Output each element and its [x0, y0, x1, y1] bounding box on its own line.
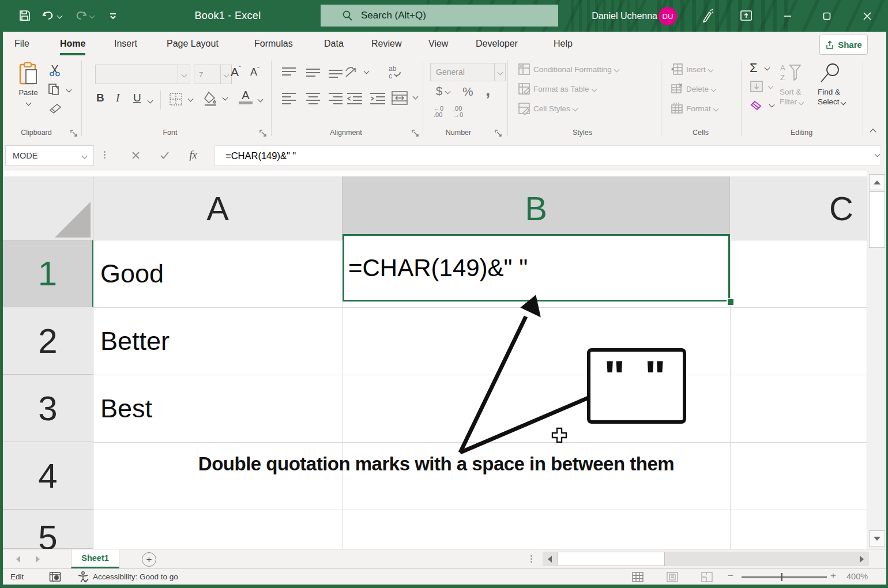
- tab-page-layout[interactable]: Page Layout: [167, 32, 219, 56]
- format-cells-button[interactable]: Format: [671, 102, 718, 115]
- clipboard-dialog-launcher[interactable]: [70, 130, 78, 137]
- align-bottom-icon[interactable]: [328, 66, 344, 79]
- insert-cells-button[interactable]: Insert: [671, 63, 713, 76]
- cell-A3[interactable]: Best: [93, 375, 349, 442]
- tab-insert[interactable]: Insert: [114, 32, 137, 56]
- merge-center-button[interactable]: [391, 91, 417, 108]
- avatar[interactable]: DU: [659, 7, 677, 25]
- font-dialog-launcher[interactable]: [259, 130, 267, 137]
- pen-sparkle-button[interactable]: [699, 6, 714, 25]
- tab-review[interactable]: Review: [371, 32, 401, 56]
- insert-function-button[interactable]: fx: [182, 145, 205, 165]
- share-button[interactable]: Share: [819, 35, 868, 55]
- font-name-combo[interactable]: [95, 65, 190, 84]
- row-header-4[interactable]: 4: [3, 442, 93, 510]
- zoom-slider-thumb[interactable]: [781, 573, 782, 581]
- cut-button[interactable]: [48, 64, 61, 79]
- quick-access-customize-button[interactable]: [108, 6, 118, 25]
- scroll-up-button[interactable]: [869, 174, 885, 190]
- macro-record-icon[interactable]: [49, 571, 61, 582]
- increase-decimal-button[interactable]: ←0.00: [434, 105, 443, 118]
- tab-view[interactable]: View: [428, 32, 448, 56]
- collapse-ribbon-button[interactable]: [870, 129, 876, 135]
- tab-file[interactable]: File: [14, 32, 29, 56]
- scroll-left-button[interactable]: [543, 552, 557, 566]
- normal-view-icon[interactable]: [632, 572, 644, 582]
- find-select-button[interactable]: Find & Select: [818, 62, 845, 107]
- paste-button[interactable]: Paste: [12, 62, 45, 107]
- zoom-in-button[interactable]: +: [830, 570, 836, 582]
- formula-input[interactable]: =CHAR(149)&" ": [215, 145, 881, 166]
- percent-style-button[interactable]: %: [462, 85, 473, 99]
- cell-A2[interactable]: Better: [93, 307, 349, 375]
- fill-handle[interactable]: [727, 298, 735, 306]
- font-size-combo[interactable]: 7: [194, 65, 232, 84]
- zoom-slider-track[interactable]: [742, 576, 827, 578]
- number-format-combo[interactable]: General: [430, 63, 506, 81]
- close-button[interactable]: [853, 0, 881, 32]
- column-header-C[interactable]: C: [730, 176, 870, 240]
- cell-mode-indicator[interactable]: Edit: [10, 572, 24, 581]
- undo-button[interactable]: [42, 6, 62, 25]
- align-left-icon[interactable]: [281, 92, 297, 105]
- align-right-icon[interactable]: [328, 92, 344, 105]
- enter-button[interactable]: [153, 145, 176, 165]
- tab-formulas[interactable]: Formulas: [254, 32, 293, 56]
- tab-developer[interactable]: Developer: [476, 32, 518, 56]
- increase-indent-icon[interactable]: [369, 92, 386, 105]
- accessibility-status[interactable]: Accessibility: Good to go: [93, 572, 178, 581]
- scroll-right-button[interactable]: [855, 552, 869, 566]
- align-center-icon[interactable]: [305, 92, 321, 105]
- minimize-button[interactable]: [774, 0, 802, 32]
- decrease-indent-icon[interactable]: [346, 92, 363, 105]
- underline-button[interactable]: U: [133, 92, 141, 104]
- horizontal-scrollbar[interactable]: [543, 552, 869, 566]
- page-break-view-icon[interactable]: [701, 572, 713, 582]
- formula-bar-drag-handle[interactable]: [104, 150, 106, 160]
- row-header-5[interactable]: 5: [3, 510, 93, 549]
- cell-styles-button[interactable]: Cell Styles: [518, 102, 577, 115]
- comma-style-button[interactable]: ,: [486, 80, 490, 100]
- underline-dropdown-chevron[interactable]: [148, 98, 153, 104]
- wrap-text-button[interactable]: ab c: [387, 64, 405, 82]
- sort-filter-button[interactable]: A Z Sort & Filter: [780, 63, 803, 107]
- font-color-dropdown-chevron[interactable]: [258, 97, 264, 103]
- bold-button[interactable]: B: [96, 92, 104, 104]
- accessibility-icon[interactable]: [77, 571, 89, 583]
- row-header-2[interactable]: 2: [3, 307, 93, 375]
- vertical-scrollbar-thumb[interactable]: [869, 191, 885, 248]
- tab-help[interactable]: Help: [554, 32, 573, 56]
- page-layout-view-icon[interactable]: [667, 572, 678, 582]
- row-header-1[interactable]: 1: [3, 240, 93, 307]
- maximize-button[interactable]: [813, 0, 841, 32]
- accounting-format-button[interactable]: $: [436, 85, 450, 98]
- column-header-A[interactable]: A: [93, 176, 343, 240]
- zoom-out-button[interactable]: −: [728, 570, 733, 582]
- scroll-down-button[interactable]: [869, 530, 885, 546]
- italic-button[interactable]: I: [116, 92, 119, 104]
- horizontal-scrollbar-thumb[interactable]: [558, 552, 665, 566]
- format-painter-button[interactable]: [48, 102, 62, 117]
- name-box[interactable]: MODE: [5, 145, 94, 166]
- copy-button[interactable]: [47, 82, 71, 99]
- align-top-icon[interactable]: [281, 66, 297, 79]
- format-as-table-button[interactable]: Format as Table: [518, 82, 596, 95]
- previous-sheet-button[interactable]: [16, 556, 20, 563]
- decrease-font-size-button[interactable]: Aˇ: [250, 66, 259, 78]
- borders-button[interactable]: [168, 92, 193, 109]
- align-middle-icon[interactable]: [305, 66, 321, 79]
- tab-home[interactable]: Home: [60, 32, 85, 56]
- sheet-tab-sheet1[interactable]: Sheet1: [71, 549, 119, 568]
- search-input[interactable]: Search (Alt+Q): [321, 5, 558, 27]
- tab-scroll-splitter[interactable]: [530, 554, 532, 564]
- vertical-scrollbar[interactable]: [867, 171, 886, 549]
- new-sheet-button[interactable]: +: [142, 552, 156, 567]
- delete-cells-button[interactable]: Delete: [671, 82, 716, 95]
- number-dialog-launcher[interactable]: [495, 130, 502, 137]
- conditional-formatting-button[interactable]: Conditional Formatting: [518, 63, 619, 76]
- font-color-button[interactable]: A: [239, 89, 253, 104]
- decrease-decimal-button[interactable]: .00→0: [453, 105, 463, 118]
- column-header-B[interactable]: B: [343, 176, 730, 240]
- select-all-corner[interactable]: [3, 176, 93, 240]
- row-header-3[interactable]: 3: [3, 375, 93, 442]
